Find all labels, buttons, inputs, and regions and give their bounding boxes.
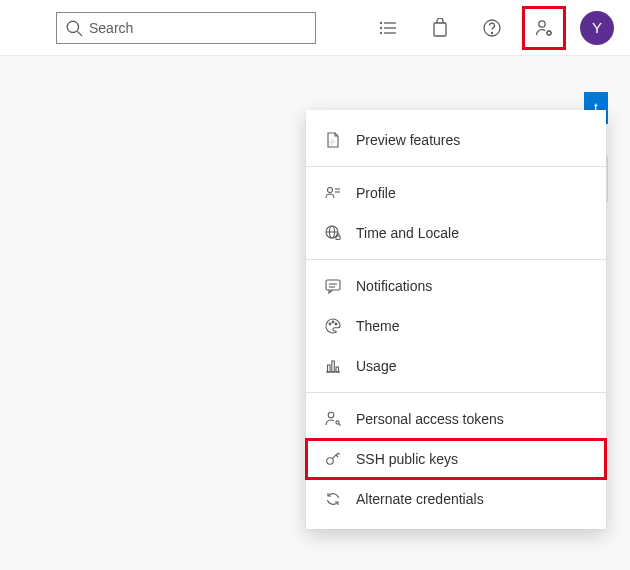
svg-point-5 bbox=[381, 22, 382, 23]
help-icon[interactable] bbox=[470, 6, 514, 50]
user-settings-icon[interactable] bbox=[522, 6, 566, 50]
menu-item-label: Personal access tokens bbox=[356, 411, 504, 427]
menu-item-ssh-keys[interactable]: SSH public keys bbox=[306, 439, 606, 479]
svg-point-7 bbox=[381, 32, 382, 33]
search-icon bbox=[65, 19, 83, 37]
svg-rect-8 bbox=[434, 23, 446, 36]
menu-separator bbox=[306, 392, 606, 393]
person-key-icon bbox=[324, 410, 342, 428]
menu-item-label: Notifications bbox=[356, 278, 432, 294]
sync-icon bbox=[324, 490, 342, 508]
svg-rect-29 bbox=[336, 367, 339, 372]
menu-item-profile[interactable]: Profile bbox=[306, 173, 606, 213]
menu-item-theme[interactable]: Theme bbox=[306, 306, 606, 346]
search-box[interactable] bbox=[56, 12, 316, 44]
menu-separator bbox=[306, 259, 606, 260]
search-input[interactable] bbox=[89, 20, 307, 36]
svg-rect-28 bbox=[332, 361, 335, 372]
menu-item-label: Profile bbox=[356, 185, 396, 201]
menu-item-label: Time and Locale bbox=[356, 225, 459, 241]
menu-item-time-locale[interactable]: Time and Locale bbox=[306, 213, 606, 253]
menu-item-label: Usage bbox=[356, 358, 396, 374]
svg-point-6 bbox=[381, 27, 382, 28]
avatar[interactable]: Y bbox=[580, 11, 614, 45]
profile-icon bbox=[324, 184, 342, 202]
content-area: t Preview features Profile Time and Loca… bbox=[0, 56, 630, 570]
menu-item-usage[interactable]: Usage bbox=[306, 346, 606, 386]
menu-item-label: SSH public keys bbox=[356, 451, 458, 467]
palette-icon bbox=[324, 317, 342, 335]
svg-rect-20 bbox=[326, 280, 340, 290]
svg-point-23 bbox=[329, 323, 331, 325]
svg-point-13 bbox=[328, 188, 333, 193]
svg-point-30 bbox=[328, 412, 334, 418]
topbar: Y bbox=[0, 0, 630, 56]
marketplace-icon[interactable] bbox=[418, 6, 462, 50]
key-icon bbox=[324, 450, 342, 468]
sparkle-doc-icon bbox=[324, 131, 342, 149]
menu-item-notifications[interactable]: Notifications bbox=[306, 266, 606, 306]
svg-rect-27 bbox=[328, 365, 331, 372]
list-icon[interactable] bbox=[366, 6, 410, 50]
chat-icon bbox=[324, 277, 342, 295]
svg-point-24 bbox=[332, 321, 334, 323]
menu-separator bbox=[306, 166, 606, 167]
bar-chart-icon bbox=[324, 357, 342, 375]
menu-item-label: Preview features bbox=[356, 132, 460, 148]
globe-lock-icon bbox=[324, 224, 342, 242]
svg-line-1 bbox=[77, 31, 82, 36]
menu-item-label: Theme bbox=[356, 318, 400, 334]
svg-point-25 bbox=[335, 323, 337, 325]
menu-item-alternate-credentials[interactable]: Alternate credentials bbox=[306, 479, 606, 519]
svg-rect-19 bbox=[336, 236, 340, 240]
menu-item-preview-features[interactable]: Preview features bbox=[306, 120, 606, 160]
menu-item-label: Alternate credentials bbox=[356, 491, 484, 507]
svg-point-10 bbox=[491, 32, 492, 33]
svg-point-0 bbox=[67, 21, 78, 32]
menu-item-personal-tokens[interactable]: Personal access tokens bbox=[306, 399, 606, 439]
user-settings-menu: Preview features Profile Time and Locale… bbox=[306, 110, 606, 529]
svg-point-11 bbox=[539, 20, 545, 26]
